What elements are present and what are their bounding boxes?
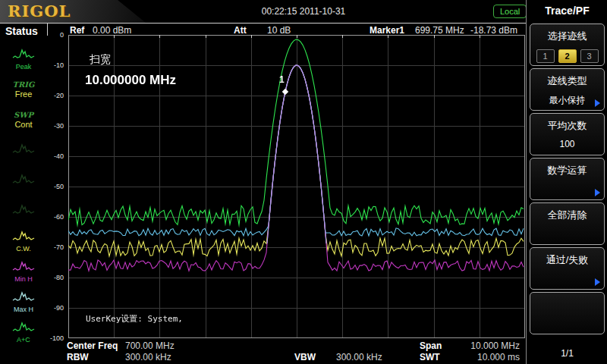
status-title: Status [5,25,38,37]
menu-item-1[interactable]: 选择迹线123 [530,24,605,66]
menu-item-2-title: 迹线类型 [530,74,604,88]
submenu-arrow-icon [595,278,600,286]
header-row: Ref 0.00 dBm Att 10 dB Marker1 699.75 MH… [0,24,526,36]
y-tick--50: -50 [44,183,64,190]
status-item-max-h: Max H [0,287,47,317]
menu-item-3-value: 100 [530,139,604,149]
status-item-cw: C.W. [0,226,47,256]
marker-ampl: -18.73 dBm [470,25,517,36]
top-bar: RIGOL 00:22:15 2011-10-31 Local [0,0,527,23]
a-plus-c-label: A+C [17,336,30,344]
peak-icon [12,48,35,63]
y-tick--90: -90 [44,304,64,312]
status-items: PeakTRIGFreeSWPContC.W.Min HMax HA+C [0,44,47,347]
menu-item-3-title: 平均次数 [530,119,604,133]
att-label: Att [234,25,247,36]
menu-item-4[interactable]: 数学运算 [530,158,605,200]
ref-value: 0.00 dBm [93,25,131,36]
span-label-overlay: 扫宽 [90,53,111,67]
swt-label: SWT [420,352,440,362]
menu-item-7[interactable] [530,292,605,334]
y-tick--70: -70 [44,243,64,251]
submenu-arrow-icon [595,189,600,196]
status-item-dim-2 [0,165,47,196]
y-tick-0: 0 [44,31,64,39]
status-sidebar: Status PeakTRIGFreeSWPContC.W.Min HMax H… [0,24,47,364]
status-item-peak: Peak [0,44,47,74]
menu-items: 选择迹线123迹线类型最小保持平均次数100数学运算全部清除通过/失败 [530,24,605,334]
a-plus-c-icon [12,321,35,336]
span-value: 10.000 MHz [470,340,520,351]
userkey-message: UserKey设置: System, [86,313,183,325]
marker-freq: 699.75 MHz [415,25,464,36]
center-freq-label: Center Freq [67,340,118,351]
status-item-dim-1 [0,135,47,165]
max-h-icon [12,290,35,306]
menu-item-3[interactable]: 平均次数100 [530,113,605,155]
y-tick--60: -60 [44,213,64,221]
marker-label: Marker1 [370,25,404,36]
vbw-label: VBW [294,352,316,362]
peak-label: Peak [16,63,32,71]
vbw-value: 300.00 kHz [336,352,382,362]
y-tick--40: -40 [44,152,64,160]
trig-mode-label: TRIG [13,80,35,89]
rbw-label: RBW [67,352,89,362]
rigol-logo: RIGOL [8,2,71,20]
swp-mode-label: SWP [14,111,33,120]
y-tick--80: -80 [44,274,64,281]
center-freq-value: 700.00 MHz [125,340,175,351]
footer-bar: Center Freq 700.00 MHz RBW 300.00 kHz VB… [47,339,526,364]
local-status-badge: Local [493,5,527,18]
swp-state-label: Cont [14,120,32,130]
trig-state-label: Free [15,89,33,99]
menu-item-6[interactable]: 通过/失败 [530,247,605,290]
min-h-label: Min H [14,275,33,283]
menu-item-2-value: 最小保持 [530,94,604,107]
dim-2-icon [12,173,35,188]
softkey-menu-panel: Trace/PF 选择迹线123迹线类型最小保持平均次数100数学运算全部清除通… [527,0,607,364]
menu-item-5[interactable]: 全部清除 [530,202,605,245]
menu-item-1-title: 选择迹线 [530,30,604,43]
dim-3-icon [12,203,35,218]
status-item-a-plus-c: A+C [0,317,47,347]
cw-label: C.W. [16,245,31,253]
trace-select-1[interactable]: 1 [536,49,555,63]
y-tick--30: -30 [44,122,64,130]
trace-select-3[interactable]: 3 [580,49,599,63]
status-item-min-h: Min H [0,256,47,287]
panel-separator [526,0,527,364]
status-item-swp: SWPCont [0,105,47,135]
menu-item-6-title: 通过/失败 [530,253,604,267]
rbw-value: 300.00 kHz [125,352,171,362]
status-item-dim-3 [0,196,47,226]
att-value: 10 dB [267,25,291,36]
span-value-overlay: 10.000000 MHz [85,73,176,88]
dim-1-icon [12,143,35,158]
submenu-arrow-icon [595,99,600,107]
max-h-label: Max H [14,306,33,313]
y-tick--10: -10 [44,61,64,69]
span-label: Span [420,340,442,351]
menu-title: Trace/PF [527,5,607,17]
menu-page-indicator: 1/1 [527,348,607,359]
cw-icon [12,230,35,245]
clock: 00:22:15 2011-10-31 [212,6,395,17]
min-h-icon [12,260,35,275]
menu-item-4-title: 数学运算 [530,164,604,177]
trace-select-group: 123 [530,49,604,63]
menu-item-2[interactable]: 迹线类型最小保持 [530,68,605,111]
menu-item-5-title: 全部清除 [530,209,604,222]
status-item-trig: TRIGFree [0,74,47,105]
swt-value: 10.000 ms [477,352,520,362]
y-tick--20: -20 [44,92,64,99]
ref-label: Ref [70,25,84,36]
trace-select-2[interactable]: 2 [558,49,577,63]
